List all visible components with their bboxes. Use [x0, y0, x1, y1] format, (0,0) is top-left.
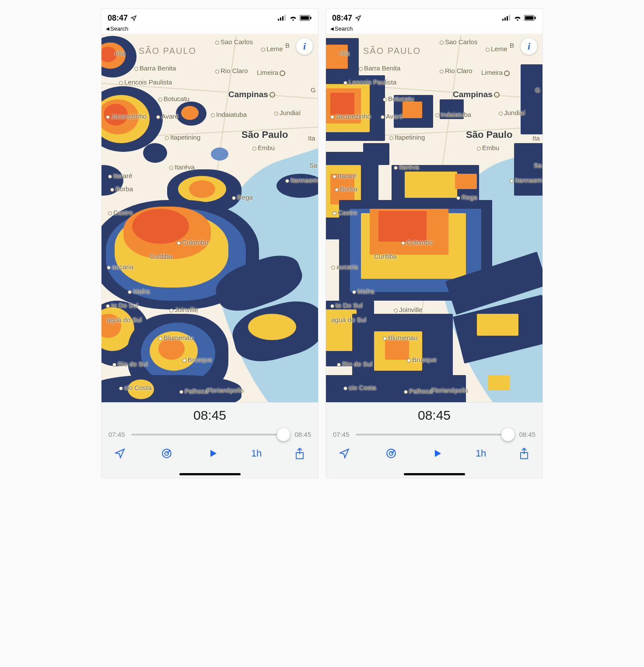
- city-label: Rio do Sul: [112, 360, 148, 368]
- home-indicator[interactable]: [404, 473, 465, 475]
- home-indicator[interactable]: [179, 473, 241, 475]
- radar-layers-button[interactable]: [158, 447, 175, 460]
- city-label: Ita: [532, 134, 540, 142]
- region-label: SÃO PAULO: [363, 46, 421, 56]
- city-label: aucaria: [331, 263, 358, 270]
- city-label: Itapetining: [165, 133, 200, 141]
- city-label: Borba: [110, 185, 133, 193]
- back-to-search[interactable]: ◀ Search: [326, 25, 542, 34]
- svg-rect-11: [502, 19, 504, 21]
- share-button[interactable]: [515, 447, 533, 460]
- city-label: Avaré: [381, 112, 403, 120]
- city-label: Curitiba: [150, 253, 172, 260]
- city-label: B: [510, 42, 514, 49]
- location-services-icon: [355, 15, 361, 21]
- slider-start-label: 07:45: [333, 431, 350, 438]
- slider-knob[interactable]: [501, 428, 514, 441]
- city-label: Palhoca: [179, 387, 208, 395]
- svg-rect-13: [507, 16, 508, 21]
- radar-map[interactable]: SÃO PAULO: [326, 34, 542, 402]
- city-label: aguá do Sul: [331, 316, 366, 323]
- play-button[interactable]: [429, 447, 446, 460]
- location-services-icon: [130, 15, 137, 21]
- back-label: Search: [110, 25, 128, 32]
- info-button[interactable]: i: [296, 38, 313, 55]
- city-label: Itannaem: [285, 176, 318, 184]
- slider-knob[interactable]: [277, 428, 290, 441]
- current-frame-time: 08:45: [102, 408, 318, 423]
- city-label: G: [311, 86, 316, 94]
- city-label: to Do Sul: [330, 302, 363, 309]
- city-label: Blumenau: [158, 334, 193, 341]
- city-label: Mafra: [128, 288, 150, 295]
- back-label: Search: [335, 25, 353, 32]
- cell-signal-icon: [278, 15, 287, 21]
- city-label: Embu: [477, 144, 499, 151]
- city-label: Leme: [261, 45, 283, 53]
- city-label: rília: [339, 49, 350, 57]
- city-label: Brusque: [182, 356, 212, 363]
- city-label: Sa: [309, 161, 317, 169]
- share-button[interactable]: [291, 447, 308, 460]
- slider-end-label: 08:45: [519, 431, 536, 438]
- city-label: Sao Carlos: [215, 38, 253, 46]
- slider-start-label: 07:45: [108, 431, 125, 438]
- city-label: Ita: [308, 134, 315, 142]
- svg-rect-0: [278, 19, 279, 21]
- city-label: Rio do Sul: [337, 360, 372, 368]
- city-label: Leme: [486, 45, 508, 53]
- locate-me-button[interactable]: [111, 447, 129, 460]
- city-label: Castro: [108, 209, 133, 216]
- city-label: Borba: [335, 185, 357, 193]
- city-label: Lencois Paulista: [343, 78, 396, 86]
- timeline-slider[interactable]: [131, 434, 289, 435]
- city-label: Limeira: [257, 69, 285, 76]
- wifi-icon: [289, 15, 297, 21]
- svg-rect-14: [509, 15, 510, 21]
- city-label: Joinville: [169, 306, 198, 313]
- city-label: São Paulo: [242, 129, 288, 140]
- city-label: Castro: [332, 209, 357, 216]
- city-label: Florianópolis: [206, 386, 244, 394]
- city-label: aucaria: [107, 263, 133, 270]
- svg-rect-17: [535, 17, 536, 19]
- svg-rect-12: [504, 18, 506, 21]
- city-label: Florianópolis: [431, 386, 468, 394]
- svg-rect-1: [280, 18, 281, 21]
- city-label: Rega: [232, 193, 253, 201]
- duration-button[interactable]: 1h: [476, 448, 486, 459]
- city-label: Indaiatuba: [211, 111, 247, 118]
- city-label: Brusque: [407, 356, 437, 363]
- ios-statusbar: 08:47: [102, 9, 318, 25]
- city-label: aguá do Sul: [107, 316, 142, 323]
- city-label: Campinas: [453, 90, 500, 99]
- city-label: Itararé: [108, 172, 132, 179]
- play-button[interactable]: [204, 447, 222, 460]
- info-button[interactable]: i: [521, 38, 537, 55]
- back-to-search[interactable]: ◀ Search: [102, 25, 318, 34]
- timeline-slider[interactable]: [356, 434, 513, 435]
- city-label: cio Costa: [119, 384, 152, 391]
- svg-rect-3: [284, 15, 286, 21]
- city-label: Itaréva: [394, 163, 419, 171]
- city-label: Rio Claro: [215, 67, 248, 74]
- city-label: Jacarezinho: [106, 112, 147, 120]
- radar-layers-button[interactable]: [382, 447, 400, 460]
- city-label: to Do Sul: [106, 302, 138, 309]
- city-label: Avaré: [156, 112, 178, 120]
- city-label: Sao Carlos: [440, 38, 477, 46]
- city-label: G: [535, 86, 540, 94]
- city-label: Limeira: [481, 69, 510, 76]
- wifi-icon: [514, 15, 522, 21]
- locate-me-button[interactable]: [336, 447, 353, 460]
- city-label: Itannaem: [510, 176, 542, 184]
- current-frame-time: 08:45: [326, 408, 542, 423]
- city-label: Blumenau: [383, 334, 418, 341]
- timeline-controls: 08:45 07:45 08:45 1h: [102, 402, 318, 478]
- city-label: Colombo: [401, 239, 433, 246]
- timeline-controls: 08:45 07:45 08:45 1h: [326, 402, 542, 478]
- radar-map[interactable]: SÃO PAULO: [102, 34, 318, 402]
- svg-rect-6: [310, 17, 312, 19]
- duration-button[interactable]: 1h: [251, 448, 262, 459]
- city-label: Indaiatuba: [435, 111, 471, 118]
